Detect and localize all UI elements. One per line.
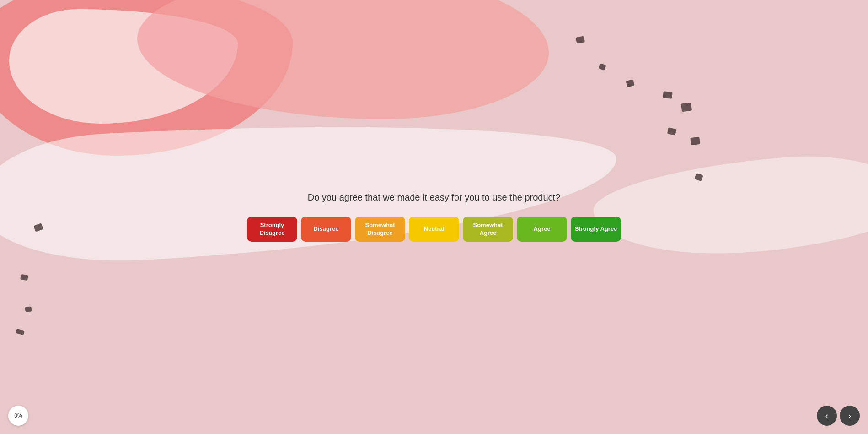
options-row: StronglyDisagreeDisagreeSomewhatDisagree…: [247, 217, 621, 242]
option-disagree[interactable]: Disagree: [301, 217, 351, 242]
option-strongly-agree[interactable]: Strongly Agree: [571, 217, 621, 242]
progress-badge: 0%: [8, 406, 28, 426]
progress-value: 0%: [14, 412, 22, 419]
question-text: Do you agree that we made it easy for yo…: [308, 192, 561, 203]
option-somewhat-disagree[interactable]: SomewhatDisagree: [355, 217, 405, 242]
nav-arrows: ‹ ›: [817, 406, 860, 426]
option-somewhat-agree[interactable]: SomewhatAgree: [463, 217, 513, 242]
option-neutral[interactable]: Neutral: [409, 217, 459, 242]
prev-button[interactable]: ‹: [817, 406, 837, 426]
next-button[interactable]: ›: [840, 406, 860, 426]
option-strongly-disagree[interactable]: StronglyDisagree: [247, 217, 297, 242]
option-agree[interactable]: Agree: [517, 217, 567, 242]
main-content: Do you agree that we made it easy for yo…: [0, 0, 868, 434]
